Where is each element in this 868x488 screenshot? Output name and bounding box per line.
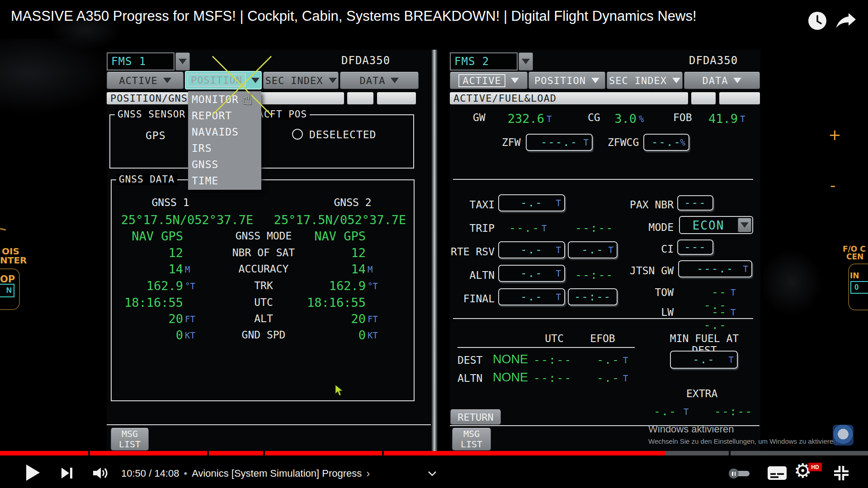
chevron-down-icon — [329, 78, 337, 83]
deselected-radio[interactable] — [292, 129, 303, 140]
trip-unit: T — [542, 223, 547, 233]
zfwcg-label: ZFWCG — [608, 136, 639, 148]
chevron-down-icon — [163, 78, 171, 83]
chapter-expand-button[interactable] — [428, 470, 437, 478]
chevron-down-icon — [251, 78, 259, 83]
fuel-summary-row: GW 232.6 T CG 3.0 % FOB 41.9 T — [0, 112, 868, 125]
play-button[interactable] — [26, 465, 40, 483]
altn-field[interactable]: -.-T — [498, 265, 565, 282]
gnss2-header: GNSS 2 — [321, 197, 384, 208]
tow-label: TOW — [628, 286, 674, 298]
volume-icon — [93, 473, 109, 481]
rte-rsv-pct-field[interactable]: -.-T — [568, 241, 618, 258]
fms2-source-dropdown-button[interactable] — [519, 52, 533, 70]
menu-item-navaids[interactable]: NAVAIDS — [188, 124, 261, 140]
subtitles-button[interactable] — [768, 466, 787, 480]
chapter-title[interactable]: Avionics [System Simulation] Progress — [192, 468, 362, 479]
left-panel-text: NTER — [0, 255, 27, 266]
progress-played-segment — [0, 451, 88, 455]
fms1-msg-list-button[interactable]: MSG LIST — [111, 428, 149, 450]
fms2-tab-data[interactable]: DATA — [684, 72, 760, 89]
rte-rsv-field[interactable]: -.-T — [498, 241, 565, 258]
mode-dropdown-button[interactable] — [738, 218, 751, 232]
mode-label: MODE — [628, 221, 674, 233]
chevron-down-icon — [741, 222, 749, 228]
bullet-separator: • — [184, 468, 187, 479]
mode-combobox[interactable]: ECON — [679, 216, 753, 234]
hd-badge: HD — [808, 463, 822, 471]
channel-watermark-logo[interactable] — [833, 425, 854, 446]
fms2-tab-active[interactable]: ACTIVE — [450, 72, 528, 89]
gnss-row: 162.9 °T TRK 162.9 °T — [112, 279, 415, 292]
fms1-title-segment — [377, 92, 416, 104]
fms1-source-label: FMS 1 — [111, 55, 146, 68]
fms1-tab-position[interactable]: POSITION — [185, 71, 262, 89]
menu-item-time[interactable]: TIME — [188, 173, 261, 189]
fms2-msg-list-button[interactable]: MSG LIST — [452, 428, 491, 450]
lw-label: LW — [628, 306, 674, 318]
fms1-footer-line — [107, 424, 431, 425]
extra-value: -.- — [654, 405, 675, 418]
extra-time: --:-- — [714, 405, 753, 418]
dest-value[interactable]: NONE — [493, 352, 528, 366]
chevron-down-icon — [391, 78, 399, 83]
cockpit-shadow — [760, 249, 823, 316]
final-time-field[interactable]: --:-- — [568, 288, 618, 305]
taxi-field[interactable]: -.-T — [498, 194, 565, 211]
fms1-source-selector[interactable]: FMS 1 — [107, 52, 175, 70]
exit-fullscreen-button[interactable] — [833, 465, 850, 483]
dest-efob-unit: T — [623, 355, 628, 365]
extra-label: EXTRA — [686, 388, 717, 399]
fms1-tab-data[interactable]: DATA — [340, 72, 419, 89]
ci-field[interactable]: --- — [677, 239, 713, 255]
panel-edge-light — [0, 228, 6, 230]
progress-bar[interactable] — [0, 451, 868, 455]
fms1-source-dropdown-button[interactable] — [175, 52, 190, 70]
separator-line — [453, 179, 753, 180]
fms2-tab-sec-index[interactable]: SEC INDEX — [607, 72, 683, 89]
altn-dest-value[interactable]: NONE — [493, 371, 528, 385]
return-button[interactable]: RETURN — [450, 409, 501, 425]
watch-later-button[interactable] — [807, 11, 827, 31]
windows-watermark-subtitle: Wechseln Sie zu den Einstellungen, um Wi… — [648, 437, 839, 445]
trip-time: --:-- — [575, 221, 613, 235]
chapter-chevron[interactable]: › — [366, 467, 370, 480]
extra-unit: T — [684, 407, 689, 417]
final-field[interactable]: -.-T — [498, 288, 565, 305]
chevron-down-icon — [522, 59, 530, 64]
fms2-source-selector[interactable]: FMS 2 — [450, 52, 518, 70]
zfw-field[interactable]: ---.- T — [526, 134, 593, 151]
gnss1-header: GNSS 1 — [139, 197, 202, 208]
menu-item-report[interactable]: REPORT — [188, 108, 261, 124]
share-button[interactable] — [835, 12, 857, 30]
autoplay-toggle[interactable] — [729, 468, 751, 479]
watch-later-icon — [807, 24, 827, 32]
zfwcg-field[interactable]: --.- % — [643, 134, 689, 151]
jtsn-gw-label: JTSN GW — [615, 265, 674, 277]
jtsn-gw-field[interactable]: ---.-T — [678, 260, 752, 277]
menu-item-irs[interactable]: IRS — [188, 140, 261, 156]
menu-item-gnss[interactable]: GNSS — [188, 156, 261, 173]
autoplay-knob — [729, 469, 739, 479]
next-button[interactable] — [61, 467, 73, 481]
gnss-sensor-value: GPS — [146, 130, 166, 141]
altn-label: ALTN — [434, 269, 495, 281]
settings-button[interactable]: ⚙ HD — [794, 461, 821, 483]
altn-time: --:-- — [575, 268, 613, 282]
progress-buffered-segment — [665, 451, 729, 455]
screen-edge — [760, 50, 766, 452]
altn-utc: --:-- — [533, 371, 572, 385]
tow-unit: T — [731, 287, 736, 297]
dest-label: DEST — [458, 354, 482, 366]
trip-label: TRIP — [434, 222, 495, 234]
min-fuel-field[interactable]: -.-T — [670, 351, 738, 369]
brightness-minus: - — [830, 176, 835, 194]
fms1-tab-active[interactable]: ACTIVE — [107, 72, 184, 89]
fms2-tab-position[interactable]: POSITION — [528, 72, 605, 89]
volume-button[interactable] — [93, 467, 109, 481]
hand-cursor-icon: ☝ — [242, 89, 252, 108]
exit-fullscreen-icon — [833, 475, 850, 483]
fms1-tab-sec-index[interactable]: SEC INDEX — [263, 72, 339, 89]
pax-nbr-field[interactable]: --- — [677, 195, 713, 211]
dest-utc: --:-- — [533, 353, 572, 366]
